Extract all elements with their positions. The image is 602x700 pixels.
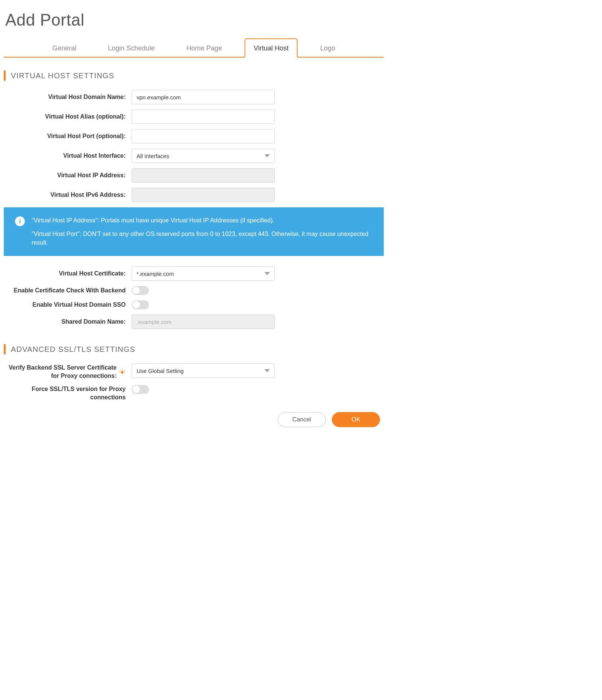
svg-rect-1 [122,373,123,374]
tab-general[interactable]: General [43,38,85,58]
info-line-2: "Virtual Host Port": DON'T set to any ot… [32,230,373,247]
interface-select[interactable]: All Interfaces [132,149,275,163]
interface-select-value: All Interfaces [137,153,169,159]
force-tls-label: Force SSL/TLS version for Proxy connecti… [4,385,132,401]
shared-domain-label: Shared Domain Name: [4,318,132,325]
cert-label: Virtual Host Certificate: [4,270,132,277]
domain-label: Virtual Host Domain Name: [4,94,132,100]
domain-sso-label: Enable Virtual Host Domain SSO [4,301,132,308]
lightbulb-icon[interactable] [119,368,126,375]
cert-select[interactable]: *.example.com [132,266,275,281]
verify-backend-label-text: Verify Backend SSL Server Certificate fo… [4,364,117,380]
force-tls-toggle[interactable] [132,385,149,394]
tab-virtual-host[interactable]: Virtual Host [245,38,298,58]
tab-login-schedule[interactable]: Login Schedule [99,38,164,58]
verify-backend-label: Verify Backend SSL Server Certificate fo… [4,364,132,380]
section-heading-ssl: ADVANCED SSL/TLS SETTINGS [4,344,384,355]
info-line-1: "Virtual Host IP Address": Portals must … [32,216,373,225]
interface-label: Virtual Host Interface: [4,152,132,159]
info-banner: i "Virtual Host IP Address": Portals mus… [4,207,384,256]
verify-backend-select[interactable]: Use Global Setting [132,364,275,378]
svg-point-0 [121,371,124,373]
domain-sso-toggle[interactable] [132,300,149,309]
backend-check-label: Enable Certificate Check With Backend [4,287,132,294]
ip-input [132,168,275,183]
tab-logo[interactable]: Logo [311,38,344,58]
verify-backend-select-value: Use Global Setting [137,368,184,374]
section-heading-vhost: VIRTUAL HOST SETTINGS [4,70,384,81]
section-bar-icon [4,344,6,355]
alias-input[interactable] [132,110,275,124]
tab-bar: General Login Schedule Home Page Virtual… [4,38,384,58]
cert-select-value: *.example.com [137,271,174,277]
alias-label: Virtual Host Alias (optional): [4,113,132,120]
ipv6-label: Virtual Host IPv6 Address: [4,192,132,198]
chevron-down-icon [265,369,270,372]
port-label: Virtual Host Port (optional): [4,133,132,140]
info-icon: i [15,216,25,226]
backend-check-toggle[interactable] [132,286,149,295]
chevron-down-icon [265,272,270,275]
shared-domain-input [132,315,275,329]
domain-input[interactable] [132,90,275,104]
section-heading-text: ADVANCED SSL/TLS SETTINGS [11,345,135,354]
section-heading-text: VIRTUAL HOST SETTINGS [11,72,114,80]
chevron-down-icon [265,154,270,157]
page-title: Add Portal [5,11,384,29]
ok-button[interactable]: OK [332,412,380,427]
section-bar-icon [4,70,6,81]
port-input[interactable] [132,129,275,143]
cancel-button[interactable]: Cancel [278,412,326,427]
svg-line-4 [124,370,125,371]
ip-label: Virtual Host IP Address: [4,172,132,179]
svg-line-3 [120,370,121,371]
ipv6-input [132,188,275,202]
tab-home-page[interactable]: Home Page [177,38,231,58]
